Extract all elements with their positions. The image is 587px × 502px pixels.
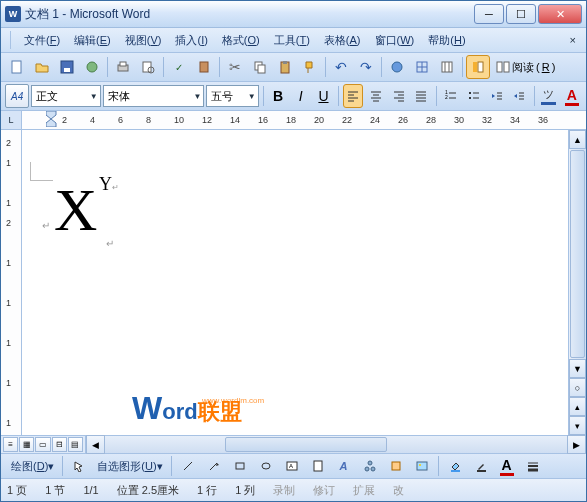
ruler-tick: 6	[118, 115, 123, 125]
word-app-icon: W	[5, 6, 21, 22]
line-color-button[interactable]	[469, 454, 493, 478]
new-doc-button[interactable]	[5, 55, 29, 79]
vertical-ruler[interactable]: 211211111	[1, 130, 22, 435]
spellcheck-button[interactable]: ✓	[167, 55, 191, 79]
vruler-tick: 2	[6, 218, 11, 228]
print-preview-button[interactable]	[136, 55, 160, 79]
scroll-down-button[interactable]: ▼	[569, 359, 586, 378]
web-view-button[interactable]: ▦	[19, 437, 34, 452]
cut-button[interactable]: ✂	[223, 55, 247, 79]
drawing-toolbar: 绘图(D)▾ 自选图形(U)▾ A A A	[1, 453, 586, 478]
scroll-up-button[interactable]: ▲	[569, 130, 586, 149]
wordart-button[interactable]: A	[332, 454, 356, 478]
ruler-tick: 32	[482, 115, 492, 125]
menubar-close-icon[interactable]: ×	[566, 34, 580, 46]
paste-button[interactable]	[273, 55, 297, 79]
hscroll-thumb[interactable]	[225, 437, 387, 452]
menu-help[interactable]: 帮助(H)	[421, 30, 472, 51]
menu-tools[interactable]: 工具(T)	[267, 30, 317, 51]
scroll-left-button[interactable]: ◀	[86, 435, 105, 454]
svg-rect-56	[236, 463, 244, 469]
align-center-button[interactable]	[365, 84, 386, 108]
vscroll-thumb[interactable]	[570, 150, 585, 358]
style-selector[interactable]: 正文▼	[31, 85, 100, 107]
svg-rect-20	[473, 62, 477, 72]
indent-marker[interactable]	[46, 111, 58, 127]
menu-window[interactable]: 窗口(W)	[368, 30, 422, 51]
reading-layout-button[interactable]: 阅读(R)	[491, 55, 560, 79]
increase-indent-button[interactable]	[509, 84, 530, 108]
horizontal-scrollbar[interactable]: ◀ ▶	[86, 436, 586, 453]
copy-button[interactable]	[248, 55, 272, 79]
menu-table[interactable]: 表格(A)	[317, 30, 368, 51]
font-size-selector[interactable]: 五号▼	[206, 85, 258, 107]
maximize-button[interactable]: ☐	[506, 4, 536, 24]
next-page-button[interactable]: ▾	[569, 416, 586, 435]
numbered-list-button[interactable]: 12	[441, 84, 462, 108]
rectangle-tool-button[interactable]	[228, 454, 252, 478]
menu-edit[interactable]: 编辑(E)	[67, 30, 118, 51]
arrow-tool-button[interactable]	[202, 454, 226, 478]
reading-view-button[interactable]: ▤	[68, 437, 83, 452]
close-button[interactable]: ✕	[538, 4, 582, 24]
decrease-indent-button[interactable]	[486, 84, 507, 108]
line-style-button[interactable]	[521, 454, 545, 478]
open-button[interactable]	[30, 55, 54, 79]
svg-line-55	[210, 463, 217, 470]
bold-button[interactable]: B	[268, 84, 289, 108]
print-view-button[interactable]: ▭	[35, 437, 50, 452]
menu-view[interactable]: 视图(V)	[118, 30, 169, 51]
save-button[interactable]	[55, 55, 79, 79]
insert-picture-button[interactable]	[410, 454, 434, 478]
font-selector[interactable]: 宋体▼	[103, 85, 205, 107]
oval-tool-button[interactable]	[254, 454, 278, 478]
align-left-button[interactable]	[343, 84, 364, 108]
align-right-button[interactable]	[388, 84, 409, 108]
research-button[interactable]	[192, 55, 216, 79]
horizontal-ruler[interactable]: 24681012141618202224262830323436	[22, 111, 586, 129]
diagram-button[interactable]	[358, 454, 382, 478]
vertical-textbox-button[interactable]	[306, 454, 330, 478]
bullet-list-button[interactable]	[463, 84, 484, 108]
statusbar: 1 页 1 节 1/1 位置 2.5厘米 1 行 1 列 录制 修订 扩展 改	[1, 478, 586, 501]
font-color-draw-button[interactable]: A	[495, 454, 519, 478]
outline-view-button[interactable]: ⊟	[52, 437, 67, 452]
fill-color-button[interactable]	[443, 454, 467, 478]
styles-pane-button[interactable]: A4	[5, 84, 29, 108]
highlight-button[interactable]: ツ	[539, 84, 560, 108]
undo-button[interactable]: ↶	[329, 55, 353, 79]
clipart-button[interactable]	[384, 454, 408, 478]
document-map-button[interactable]	[466, 55, 490, 79]
ruler-tick: 2	[62, 115, 67, 125]
vertical-scrollbar[interactable]: ▲ ▼ ○ ▴ ▾	[568, 130, 586, 435]
format-painter-button[interactable]	[298, 55, 322, 79]
menu-file[interactable]: 文件(F)	[17, 30, 67, 51]
insert-hyperlink-button[interactable]	[385, 55, 409, 79]
prev-page-button[interactable]: ▴	[569, 397, 586, 416]
align-justify-button[interactable]	[411, 84, 432, 108]
permissions-button[interactable]	[80, 55, 104, 79]
ruler-corner[interactable]: L	[1, 111, 22, 129]
font-color-button[interactable]: A	[561, 84, 582, 108]
select-objects-button[interactable]	[67, 454, 91, 478]
tables-borders-button[interactable]	[410, 55, 434, 79]
scroll-right-button[interactable]: ▶	[567, 435, 586, 454]
line-tool-button[interactable]	[176, 454, 200, 478]
watermark-logo: Word联盟	[132, 390, 242, 427]
redo-button[interactable]: ↷	[354, 55, 378, 79]
normal-view-button[interactable]: ≡	[3, 437, 18, 452]
draw-menu[interactable]: 绘图(D)▾	[7, 457, 58, 476]
insert-table-button[interactable]	[435, 55, 459, 79]
minimize-button[interactable]: ─	[474, 4, 504, 24]
print-button[interactable]	[111, 55, 135, 79]
menu-format[interactable]: 格式(O)	[215, 30, 267, 51]
italic-button[interactable]: I	[290, 84, 311, 108]
formatting-toolbar: A4 正文▼ 宋体▼ 五号▼ B I U 12 ツ A	[1, 82, 586, 111]
svg-point-57	[262, 463, 270, 469]
browse-select-button[interactable]: ○	[569, 378, 586, 397]
underline-button[interactable]: U	[313, 84, 334, 108]
menu-insert[interactable]: 插入(I)	[168, 30, 214, 51]
autoshapes-menu[interactable]: 自选图形(U)▾	[93, 457, 166, 476]
textbox-tool-button[interactable]: A	[280, 454, 304, 478]
document-area[interactable]: ↵ X Y↵ ↵ www.wordlm.com Word联盟	[22, 130, 568, 435]
